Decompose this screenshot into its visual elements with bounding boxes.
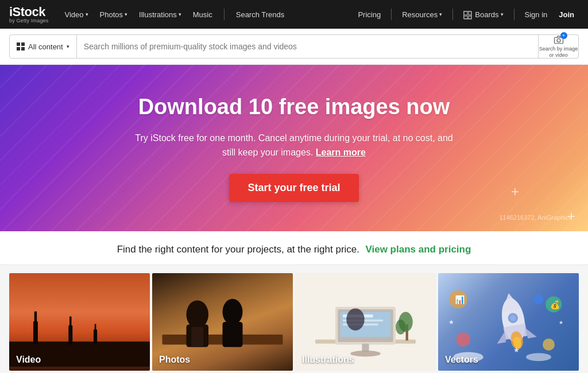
nav-illustrations[interactable]: Illustrations ▾ bbox=[134, 8, 186, 21]
brand-logo[interactable]: iStock by Getty Images bbox=[9, 6, 49, 24]
content-card-photos[interactable]: Photos bbox=[152, 273, 293, 371]
decorative-plus-1: + bbox=[511, 184, 519, 200]
nav-search-trends[interactable]: Search Trends bbox=[231, 8, 289, 21]
brand-sub: by Getty Images bbox=[9, 18, 49, 24]
svg-point-30 bbox=[396, 320, 406, 335]
svg-point-5 bbox=[557, 39, 560, 42]
chevron-down-icon: ▾ bbox=[179, 11, 181, 17]
content-card-video[interactable]: Video bbox=[9, 273, 150, 371]
svg-text:★: ★ bbox=[448, 318, 454, 325]
search-bar-container: All content ▾ + Search by image or video bbox=[0, 29, 588, 65]
svg-point-52 bbox=[526, 353, 551, 361]
card-video-label: Video bbox=[16, 355, 41, 365]
brand-name: iStock bbox=[9, 6, 49, 18]
svg-rect-0 bbox=[464, 11, 467, 15]
svg-rect-10 bbox=[68, 325, 72, 344]
chevron-down-icon: ▾ bbox=[439, 11, 442, 17]
promo-section: Find the right content for your projects… bbox=[0, 231, 588, 265]
search-input[interactable] bbox=[77, 34, 539, 59]
svg-text:📊: 📊 bbox=[455, 295, 465, 305]
svg-rect-12 bbox=[94, 329, 97, 344]
svg-rect-26 bbox=[362, 344, 369, 351]
card-vectors-label: Vectors bbox=[445, 355, 478, 365]
nav-divider bbox=[224, 9, 225, 20]
svg-rect-8 bbox=[33, 321, 38, 344]
nav-join[interactable]: Join bbox=[554, 8, 579, 21]
nav-music[interactable]: Music bbox=[188, 8, 217, 21]
svg-rect-2 bbox=[464, 16, 467, 20]
nav-photos[interactable]: Photos ▾ bbox=[95, 8, 132, 21]
hero-content: Download 10 free images now Try iStock f… bbox=[116, 94, 472, 202]
nav-main-links: Video ▾ Photos ▾ Illustrations ▾ Music S… bbox=[60, 8, 354, 21]
svg-rect-3 bbox=[469, 16, 472, 20]
chevron-down-icon: ▾ bbox=[67, 44, 69, 49]
svg-marker-37 bbox=[496, 332, 506, 344]
camera-icon: + bbox=[552, 34, 565, 45]
nav-divider-right2 bbox=[452, 9, 453, 20]
svg-point-46 bbox=[543, 339, 555, 351]
svg-marker-33 bbox=[498, 292, 521, 312]
all-content-button[interactable]: All content ▾ bbox=[9, 34, 77, 59]
start-trial-button[interactable]: Start your free trial bbox=[229, 174, 358, 202]
nav-right: Pricing Resources ▾ Boards ▾ Sign in bbox=[353, 8, 579, 21]
content-card-illustrations[interactable]: Illustrations bbox=[295, 273, 436, 371]
grid-icon bbox=[17, 42, 25, 50]
svg-rect-16 bbox=[191, 327, 203, 347]
nav-pricing[interactable]: Pricing bbox=[353, 8, 385, 21]
chevron-down-icon: ▾ bbox=[501, 11, 504, 17]
promo-text: Find the right content for your projects… bbox=[117, 244, 359, 255]
nav-resources[interactable]: Resources ▾ bbox=[397, 8, 447, 21]
plus-badge: + bbox=[560, 32, 567, 39]
learn-more-link[interactable]: Learn more bbox=[316, 147, 366, 157]
view-plans-link[interactable]: View plans and pricing bbox=[365, 244, 471, 255]
chevron-down-icon: ▾ bbox=[86, 11, 88, 17]
svg-point-27 bbox=[350, 351, 381, 357]
svg-point-47 bbox=[533, 294, 544, 305]
nav-divider-right bbox=[391, 9, 392, 20]
hero-banner: Download 10 free images now Try iStock f… bbox=[0, 65, 588, 231]
content-card-vectors[interactable]: 📊 💰 ★ ★ ★ Vectors bbox=[438, 273, 579, 371]
search-by-image-button[interactable]: + Search by image or video bbox=[539, 34, 579, 59]
svg-point-17 bbox=[223, 299, 243, 325]
content-grid: Video Photos bbox=[0, 265, 588, 371]
svg-marker-38 bbox=[526, 327, 537, 339]
hero-subtitle: Try iStock free for one month. Cancel an… bbox=[127, 131, 461, 160]
svg-point-45 bbox=[457, 332, 471, 347]
svg-text:💰: 💰 bbox=[550, 300, 560, 310]
svg-point-31 bbox=[346, 308, 365, 331]
svg-point-14 bbox=[187, 300, 209, 328]
svg-rect-18 bbox=[223, 322, 243, 347]
nav-boards[interactable]: Boards ▾ bbox=[459, 8, 508, 21]
svg-text:★: ★ bbox=[513, 346, 520, 354]
boards-grid-icon bbox=[463, 11, 471, 19]
main-nav: iStock by Getty Images Video ▾ Photos ▾ … bbox=[0, 0, 588, 29]
card-photos-label: Photos bbox=[159, 355, 190, 365]
nav-signin[interactable]: Sign in bbox=[520, 8, 552, 21]
card-illustrations-label: Illustrations bbox=[302, 355, 354, 365]
hero-title: Download 10 free images now bbox=[127, 94, 461, 121]
svg-text:★: ★ bbox=[559, 320, 563, 325]
svg-rect-1 bbox=[469, 11, 472, 15]
hero-attribution: 1146216372, AniGraphics bbox=[499, 214, 572, 221]
nav-video[interactable]: Video ▾ bbox=[60, 8, 93, 21]
chevron-down-icon: ▾ bbox=[125, 11, 127, 17]
nav-divider-right3 bbox=[514, 9, 514, 20]
